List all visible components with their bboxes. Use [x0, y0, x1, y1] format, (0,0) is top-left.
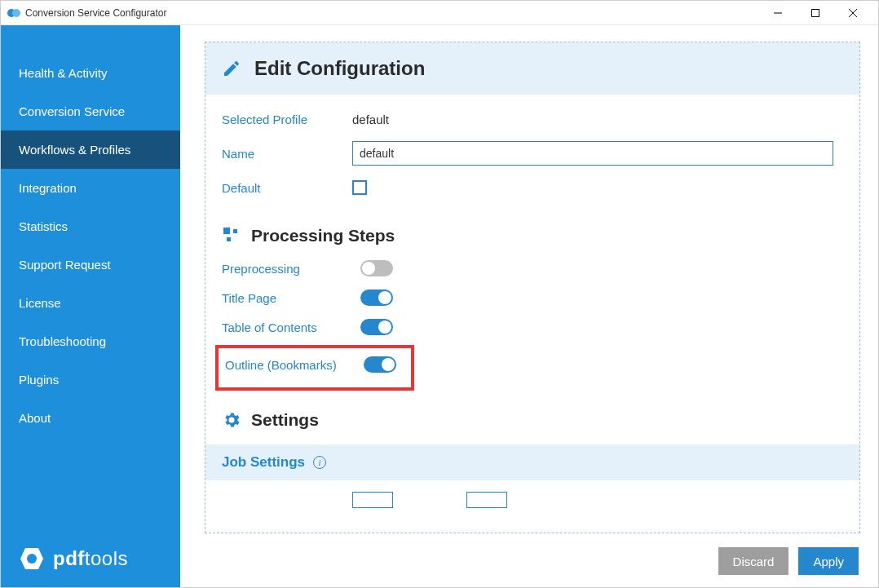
name-input[interactable] — [352, 141, 833, 166]
minimize-button[interactable] — [759, 1, 797, 25]
scroll-area[interactable]: Edit Configuration Selected Profile defa… — [205, 42, 860, 533]
svg-point-1 — [12, 9, 20, 17]
footer: Discard Apply — [180, 533, 878, 588]
job-settings-header[interactable]: Job Settings i — [205, 444, 859, 480]
app-icon — [7, 7, 20, 20]
partial-field-2[interactable] — [466, 492, 507, 508]
panel-header: Edit Configuration — [205, 42, 859, 95]
toggle-label: Outline (Bookmarks) — [225, 358, 364, 372]
svg-rect-8 — [233, 229, 237, 233]
sidebar: Health & Activity Conversion Service Wor… — [1, 25, 180, 588]
sidebar-item-workflows-profiles[interactable]: Workflows & Profiles — [1, 130, 180, 169]
maximize-button[interactable] — [797, 1, 834, 25]
default-checkbox[interactable] — [352, 180, 367, 195]
outline-highlight: Outline (Bookmarks) — [215, 345, 414, 391]
selected-profile-value: default — [352, 113, 389, 126]
name-label: Name — [222, 147, 352, 161]
sidebar-item-health-activity[interactable]: Health & Activity — [1, 54, 180, 92]
svg-rect-3 — [812, 9, 819, 16]
settings-header: Settings — [205, 394, 859, 438]
panel-title: Edit Configuration — [254, 57, 425, 80]
toggle-row-toc: Table of Contents — [205, 312, 859, 342]
gear-icon — [222, 410, 241, 430]
svg-rect-7 — [223, 228, 230, 234]
steps-icon — [222, 226, 241, 245]
svg-rect-9 — [227, 237, 231, 241]
processing-steps-title: Processing Steps — [251, 226, 395, 245]
toggle-label: Title Page — [222, 291, 360, 305]
brand-secondary: tools — [85, 547, 128, 569]
discard-button[interactable]: Discard — [718, 547, 789, 575]
svg-point-6 — [27, 554, 37, 564]
brand-primary: pdf — [53, 547, 85, 569]
partial-row — [205, 480, 859, 508]
toggle-row-preprocessing: Preprocessing — [205, 254, 859, 283]
selected-profile-label: Selected Profile — [222, 113, 352, 126]
sidebar-item-statistics[interactable]: Statistics — [1, 207, 180, 245]
pdftools-logo-icon — [17, 546, 46, 571]
default-label: Default — [222, 181, 352, 195]
job-settings-title: Job Settings — [222, 454, 305, 471]
profile-form: Selected Profile default Name Default — [205, 95, 859, 195]
apply-button[interactable]: Apply — [798, 547, 859, 575]
toggle-title-page[interactable] — [360, 290, 393, 306]
settings-title: Settings — [251, 410, 319, 430]
window-title: Conversion Service Configurator — [25, 7, 166, 19]
toggle-outline-bookmarks[interactable] — [364, 356, 396, 373]
processing-steps-header: Processing Steps — [205, 210, 859, 254]
toggle-label: Preprocessing — [222, 262, 360, 276]
pencil-icon — [222, 59, 241, 78]
toggle-preprocessing[interactable] — [360, 260, 393, 276]
info-icon[interactable]: i — [313, 456, 326, 469]
close-button[interactable] — [834, 1, 872, 25]
titlebar: Conversion Service Configurator — [1, 1, 878, 25]
sidebar-item-license[interactable]: License — [1, 284, 180, 322]
toggle-table-of-contents[interactable] — [360, 319, 393, 335]
toggle-row-outline: Outline (Bookmarks) — [222, 355, 408, 374]
sidebar-item-troubleshooting[interactable]: Troubleshooting — [1, 322, 180, 360]
partial-field-1[interactable] — [352, 492, 393, 508]
main: Edit Configuration Selected Profile defa… — [180, 25, 878, 588]
sidebar-item-plugins[interactable]: Plugins — [1, 360, 180, 399]
toggle-row-title-page: Title Page — [205, 283, 859, 312]
sidebar-item-support-request[interactable]: Support Request — [1, 245, 180, 284]
sidebar-item-conversion-service[interactable]: Conversion Service — [1, 92, 180, 130]
sidebar-item-about[interactable]: About — [1, 399, 180, 437]
brand-logo: pdftools — [1, 532, 180, 588]
toggle-label: Table of Contents — [222, 321, 360, 334]
sidebar-item-integration[interactable]: Integration — [1, 169, 180, 207]
